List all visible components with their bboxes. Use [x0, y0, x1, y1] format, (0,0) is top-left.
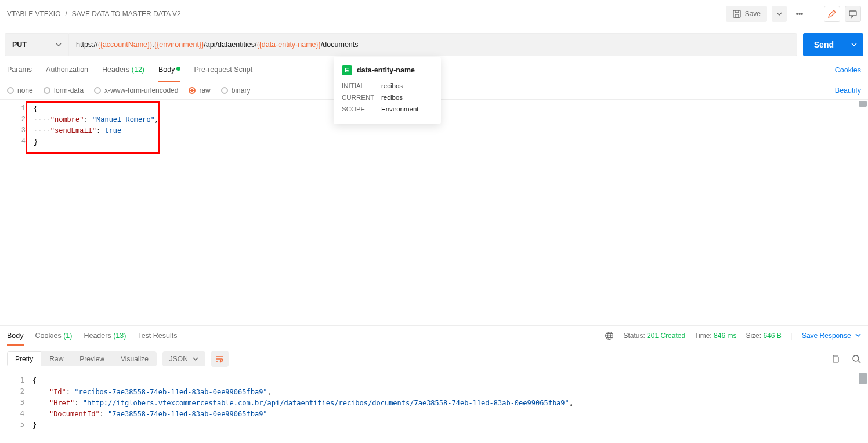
save-response-button[interactable]: Save Response [802, 332, 861, 340]
tab-authorization[interactable]: Authorization [46, 59, 88, 82]
view-mode-group: Pretty Raw Preview Visualize [7, 351, 157, 366]
breadcrumb-request-name[interactable]: SAVE DATA TO MASTER DATA V2 [72, 10, 181, 18]
more-icon: ••• [796, 10, 804, 18]
save-options[interactable] [772, 6, 787, 22]
response-viewbar: Pretty Raw Preview Visualize JSON [0, 346, 868, 372]
viewbar-right [831, 354, 861, 364]
url-variable: {{accountName}} [98, 41, 153, 49]
breadcrumb-sep: / [65, 10, 67, 18]
radio-formdata[interactable]: form-data [44, 86, 84, 95]
view-preview[interactable]: Preview [71, 351, 113, 366]
header-actions: Save ••• [726, 6, 861, 22]
method-select[interactable]: PUT [5, 33, 68, 56]
save-label: Save [745, 10, 761, 18]
tab-prerequest[interactable]: Pre-request Script [194, 59, 253, 82]
response-tab-body[interactable]: Body [7, 326, 24, 346]
radio-binary[interactable]: binary [221, 86, 251, 95]
response-body-editor[interactable]: 1 2 3 4 5 { "Id": "recibos-7ae38558-74eb… [0, 372, 868, 435]
search-icon[interactable] [852, 354, 861, 364]
breadcrumb: VTABLE VTEXIO / SAVE DATA TO MASTER DATA… [7, 10, 181, 18]
wrap-button[interactable] [211, 351, 229, 367]
code-content: { ····"nombre": "Manuel Romero", ····"se… [27, 100, 861, 148]
comment-button[interactable] [845, 6, 861, 22]
send-button[interactable]: Send [803, 33, 845, 56]
request-bar: PUT E data-entity-name INITIALrecibos CU… [5, 33, 863, 56]
svg-rect-1 [735, 14, 739, 17]
chevron-down-icon [855, 332, 861, 338]
request-tabs: Params Authorization Headers (12) Body P… [7, 59, 252, 82]
response-tab-tests[interactable]: Test Results [138, 326, 177, 346]
svg-rect-0 [733, 10, 740, 17]
url-segment: /api/dataentities/ [204, 41, 256, 49]
time-block[interactable]: Time: 846 ms [695, 332, 736, 340]
line-gutter: 1 2 3 4 [0, 100, 30, 325]
svg-point-6 [853, 355, 859, 361]
url-segment: /documents [321, 41, 359, 49]
chevron-down-icon [776, 11, 782, 17]
response-tab-cookies[interactable]: Cookies (1) [35, 326, 73, 346]
cookies-link[interactable]: Cookies [835, 66, 861, 74]
variable-popover: E data-entity-name INITIALrecibos CURREN… [334, 57, 441, 124]
chevron-down-icon [56, 42, 62, 48]
body-type-radios: none form-data x-www-form-urlencoded raw… [7, 86, 250, 95]
response-tab-headers[interactable]: Headers (13) [84, 326, 126, 346]
save-icon [732, 9, 742, 19]
breadcrumb-collection[interactable]: VTABLE VTEXIO [7, 10, 60, 18]
pencil-icon [827, 9, 837, 19]
tab-header: VTABLE VTEXIO / SAVE DATA TO MASTER DATA… [0, 0, 868, 28]
url-variable: {{environment}} [154, 41, 204, 49]
popover-title: E data-entity-name [342, 65, 433, 75]
response-tabs: Body Cookies (1) Headers (13) Test Resul… [7, 326, 178, 346]
popover-row: CURRENTrecibos [342, 94, 433, 101]
globe-icon[interactable] [605, 331, 614, 340]
beautify-link[interactable]: Beautify [835, 86, 861, 95]
more-button[interactable]: ••• [791, 6, 808, 22]
chevron-down-icon [851, 42, 857, 48]
wrap-icon [215, 354, 225, 364]
popover-row: SCOPEEnvironment [342, 106, 433, 112]
popover-row: INITIALrecibos [342, 82, 433, 89]
radio-urlencoded[interactable]: x-www-form-urlencoded [94, 86, 178, 95]
minimap-scroll[interactable] [859, 101, 867, 107]
svg-rect-2 [849, 11, 856, 16]
view-raw[interactable]: Raw [41, 351, 71, 366]
line-gutter: 1 2 3 4 5 [0, 372, 29, 435]
tab-params[interactable]: Params [7, 59, 32, 82]
status-block[interactable]: Status: 201 Created [623, 332, 685, 340]
send-group: Send [803, 33, 863, 56]
status-area: Status: 201 Created Time: 846 ms Size: 6… [605, 331, 861, 340]
radio-none[interactable]: none [7, 86, 33, 95]
lang-select[interactable]: JSON [162, 351, 205, 366]
response-tabs-row: Body Cookies (1) Headers (13) Test Resul… [0, 325, 868, 346]
copy-icon[interactable] [831, 354, 840, 364]
url-input[interactable]: E data-entity-name INITIALrecibos CURREN… [68, 33, 797, 56]
code-content: { "Id": "recibos-7ae38558-74eb-11ed-83ab… [26, 372, 861, 431]
env-badge-icon: E [342, 65, 352, 75]
method-value: PUT [12, 41, 27, 49]
popover-var-name: data-entity-name [357, 66, 415, 74]
minimap-scroll[interactable] [859, 373, 867, 384]
size-block[interactable]: Size: 646 B [746, 332, 781, 340]
viewbar-left: Pretty Raw Preview Visualize JSON [7, 351, 229, 367]
edit-button[interactable] [824, 6, 840, 22]
comment-icon [848, 9, 858, 19]
url-segment: https:// [76, 41, 98, 49]
svg-rect-5 [833, 357, 838, 362]
request-body-editor[interactable]: 1 2 3 4 { ····"nombre": "Manuel Romero",… [0, 99, 868, 325]
tab-body[interactable]: Body [158, 59, 180, 82]
radio-raw[interactable]: raw [189, 86, 210, 95]
tab-headers[interactable]: Headers (12) [102, 59, 144, 82]
send-options[interactable] [845, 33, 863, 56]
chevron-down-icon [193, 356, 198, 362]
url-variable: {{data-entity-name}} [256, 41, 321, 49]
save-button[interactable]: Save [726, 6, 767, 22]
view-visualize[interactable]: Visualize [113, 351, 157, 366]
dot-indicator-icon [176, 67, 180, 71]
view-pretty[interactable]: Pretty [7, 351, 41, 366]
